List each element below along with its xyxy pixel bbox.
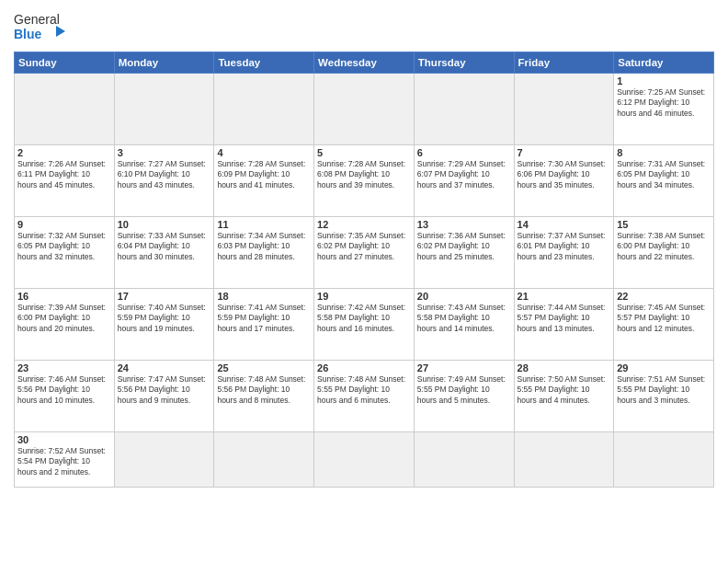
calendar-week-row: 1Sunrise: 7:25 AM Sunset: 6:12 PM Daylig… — [15, 74, 714, 145]
day-info: Sunrise: 7:35 AM Sunset: 6:02 PM Dayligh… — [317, 231, 411, 262]
day-number: 11 — [217, 219, 311, 230]
day-number: 1 — [617, 75, 711, 86]
day-info: Sunrise: 7:43 AM Sunset: 5:58 PM Dayligh… — [417, 303, 511, 334]
day-number: 23 — [17, 362, 111, 373]
calendar-cell — [15, 74, 115, 145]
weekday-header-wednesday: Wednesday — [314, 52, 415, 74]
day-info: Sunrise: 7:31 AM Sunset: 6:05 PM Dayligh… — [617, 159, 711, 190]
calendar-cell: 30Sunrise: 7:52 AM Sunset: 5:54 PM Dayli… — [15, 432, 115, 488]
calendar-cell: 22Sunrise: 7:45 AM Sunset: 5:57 PM Dayli… — [614, 289, 714, 361]
calendar-cell: 5Sunrise: 7:28 AM Sunset: 6:08 PM Daylig… — [314, 145, 415, 217]
day-number: 27 — [417, 362, 511, 373]
calendar-cell — [614, 432, 714, 488]
day-number: 3 — [118, 147, 211, 158]
day-info: Sunrise: 7:38 AM Sunset: 6:00 PM Dayligh… — [617, 231, 711, 262]
calendar-week-row: 16Sunrise: 7:39 AM Sunset: 6:00 PM Dayli… — [15, 289, 714, 361]
calendar-cell — [414, 74, 514, 145]
calendar-week-row: 9Sunrise: 7:32 AM Sunset: 6:05 PM Daylig… — [15, 217, 714, 289]
calendar-cell: 3Sunrise: 7:27 AM Sunset: 6:10 PM Daylig… — [114, 145, 214, 217]
header: GeneralBlue — [14, 9, 714, 44]
day-number: 10 — [118, 219, 211, 230]
day-info: Sunrise: 7:46 AM Sunset: 5:56 PM Dayligh… — [17, 374, 111, 406]
calendar-cell: 8Sunrise: 7:31 AM Sunset: 6:05 PM Daylig… — [614, 145, 714, 217]
day-info: Sunrise: 7:37 AM Sunset: 6:01 PM Dayligh… — [518, 231, 611, 262]
calendar-cell — [114, 432, 214, 488]
calendar-cell: 23Sunrise: 7:46 AM Sunset: 5:56 PM Dayli… — [15, 361, 115, 432]
calendar-cell: 28Sunrise: 7:50 AM Sunset: 5:55 PM Dayli… — [514, 361, 614, 432]
day-number: 24 — [118, 362, 211, 373]
day-info: Sunrise: 7:29 AM Sunset: 6:07 PM Dayligh… — [417, 159, 511, 190]
calendar-cell: 18Sunrise: 7:41 AM Sunset: 5:59 PM Dayli… — [214, 289, 314, 361]
day-number: 13 — [417, 219, 511, 230]
day-info: Sunrise: 7:50 AM Sunset: 5:55 PM Dayligh… — [518, 374, 611, 406]
calendar-cell: 15Sunrise: 7:38 AM Sunset: 6:00 PM Dayli… — [614, 217, 714, 289]
calendar-cell: 14Sunrise: 7:37 AM Sunset: 6:01 PM Dayli… — [514, 217, 614, 289]
day-number: 16 — [17, 291, 111, 302]
day-info: Sunrise: 7:45 AM Sunset: 5:57 PM Dayligh… — [617, 303, 711, 334]
logo: GeneralBlue — [14, 9, 69, 44]
calendar-cell: 19Sunrise: 7:42 AM Sunset: 5:58 PM Dayli… — [314, 289, 415, 361]
calendar-cell — [214, 432, 314, 488]
day-number: 30 — [17, 434, 111, 445]
calendar-cell: 26Sunrise: 7:48 AM Sunset: 5:55 PM Dayli… — [314, 361, 415, 432]
calendar-cell: 11Sunrise: 7:34 AM Sunset: 6:03 PM Dayli… — [214, 217, 314, 289]
day-info: Sunrise: 7:25 AM Sunset: 6:12 PM Dayligh… — [617, 87, 711, 119]
day-number: 12 — [317, 219, 411, 230]
calendar-cell: 17Sunrise: 7:40 AM Sunset: 5:59 PM Dayli… — [114, 289, 214, 361]
day-info: Sunrise: 7:41 AM Sunset: 5:59 PM Dayligh… — [217, 303, 311, 334]
day-number: 2 — [17, 147, 111, 158]
svg-text:Blue: Blue — [14, 27, 42, 41]
weekday-header-saturday: Saturday — [614, 52, 714, 74]
day-info: Sunrise: 7:32 AM Sunset: 6:05 PM Dayligh… — [17, 231, 111, 262]
calendar-week-row: 23Sunrise: 7:46 AM Sunset: 5:56 PM Dayli… — [15, 361, 714, 432]
day-info: Sunrise: 7:27 AM Sunset: 6:10 PM Dayligh… — [118, 159, 211, 190]
day-info: Sunrise: 7:49 AM Sunset: 5:55 PM Dayligh… — [417, 374, 511, 406]
day-number: 19 — [317, 291, 411, 302]
weekday-header-friday: Friday — [514, 52, 614, 74]
calendar-cell: 12Sunrise: 7:35 AM Sunset: 6:02 PM Dayli… — [314, 217, 415, 289]
day-info: Sunrise: 7:44 AM Sunset: 5:57 PM Dayligh… — [518, 303, 611, 334]
calendar-cell: 2Sunrise: 7:26 AM Sunset: 6:11 PM Daylig… — [15, 145, 115, 217]
day-info: Sunrise: 7:33 AM Sunset: 6:04 PM Dayligh… — [118, 231, 211, 262]
calendar-cell: 4Sunrise: 7:28 AM Sunset: 6:09 PM Daylig… — [214, 145, 314, 217]
day-number: 4 — [217, 147, 311, 158]
day-info: Sunrise: 7:48 AM Sunset: 5:56 PM Dayligh… — [217, 374, 311, 406]
day-info: Sunrise: 7:48 AM Sunset: 5:55 PM Dayligh… — [317, 374, 411, 406]
weekday-header-monday: Monday — [114, 52, 214, 74]
day-info: Sunrise: 7:39 AM Sunset: 6:00 PM Dayligh… — [17, 303, 111, 334]
day-info: Sunrise: 7:47 AM Sunset: 5:56 PM Dayligh… — [118, 374, 211, 406]
calendar-table: SundayMondayTuesdayWednesdayThursdayFrid… — [14, 52, 714, 488]
day-number: 25 — [217, 362, 311, 373]
day-info: Sunrise: 7:30 AM Sunset: 6:06 PM Dayligh… — [518, 159, 611, 190]
day-number: 7 — [518, 147, 611, 158]
day-info: Sunrise: 7:28 AM Sunset: 6:09 PM Dayligh… — [217, 159, 311, 190]
calendar-week-row: 2Sunrise: 7:26 AM Sunset: 6:11 PM Daylig… — [15, 145, 714, 217]
day-info: Sunrise: 7:28 AM Sunset: 6:08 PM Dayligh… — [317, 159, 411, 190]
calendar-cell: 9Sunrise: 7:32 AM Sunset: 6:05 PM Daylig… — [15, 217, 115, 289]
calendar-cell: 6Sunrise: 7:29 AM Sunset: 6:07 PM Daylig… — [414, 145, 514, 217]
calendar-cell — [314, 74, 415, 145]
logo-icon: GeneralBlue — [14, 9, 69, 44]
weekday-header-sunday: Sunday — [15, 52, 115, 74]
day-number: 20 — [417, 291, 511, 302]
day-number: 18 — [217, 291, 311, 302]
svg-text:General: General — [14, 12, 60, 27]
calendar-cell — [414, 432, 514, 488]
day-info: Sunrise: 7:34 AM Sunset: 6:03 PM Dayligh… — [217, 231, 311, 262]
day-number: 22 — [617, 291, 711, 302]
calendar-cell: 27Sunrise: 7:49 AM Sunset: 5:55 PM Dayli… — [414, 361, 514, 432]
day-info: Sunrise: 7:40 AM Sunset: 5:59 PM Dayligh… — [118, 303, 211, 334]
calendar-cell: 29Sunrise: 7:51 AM Sunset: 5:55 PM Dayli… — [614, 361, 714, 432]
day-number: 6 — [417, 147, 511, 158]
weekday-header-thursday: Thursday — [414, 52, 514, 74]
day-number: 5 — [317, 147, 411, 158]
day-info: Sunrise: 7:42 AM Sunset: 5:58 PM Dayligh… — [317, 303, 411, 334]
calendar-cell: 24Sunrise: 7:47 AM Sunset: 5:56 PM Dayli… — [114, 361, 214, 432]
calendar-cell — [214, 74, 314, 145]
calendar-cell — [314, 432, 415, 488]
calendar-cell: 21Sunrise: 7:44 AM Sunset: 5:57 PM Dayli… — [514, 289, 614, 361]
calendar-page: GeneralBlue SundayMondayTuesdayWednesday… — [0, 0, 728, 563]
calendar-cell: 16Sunrise: 7:39 AM Sunset: 6:00 PM Dayli… — [15, 289, 115, 361]
day-number: 26 — [317, 362, 411, 373]
calendar-cell: 13Sunrise: 7:36 AM Sunset: 6:02 PM Dayli… — [414, 217, 514, 289]
